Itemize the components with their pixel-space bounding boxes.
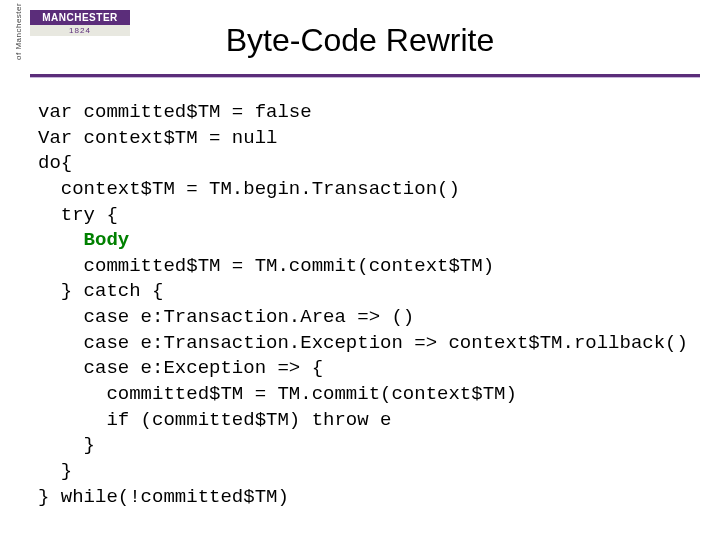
code-line: } catch { [38,280,163,302]
title-underline [30,74,700,77]
code-line: case e:Exception => { [38,357,323,379]
code-line: try { [38,204,118,226]
code-line: committed$TM = TM.commit(context$TM) [38,255,494,277]
code-line: } while(!committed$TM) [38,486,289,508]
code-line: context$TM = TM.begin.Transaction() [38,178,460,200]
code-line: var committed$TM = false [38,101,312,123]
code-line: case e:Transaction.Area => () [38,306,414,328]
slide: of Manchester The University MANCHESTER … [0,0,720,540]
code-line: } [38,434,95,456]
code-line: if (committed$TM) throw e [38,409,391,431]
code-line: Var context$TM = null [38,127,277,149]
code-line: do{ [38,152,72,174]
code-line: } [38,460,72,482]
code-block: var committed$TM = false Var context$TM … [38,100,690,510]
code-line: case e:Transaction.Exception => context$… [38,332,688,354]
slide-title: Byte-Code Rewrite [0,22,720,59]
code-line: committed$TM = TM.commit(context$TM) [38,383,517,405]
code-line-body: Body [38,229,129,251]
